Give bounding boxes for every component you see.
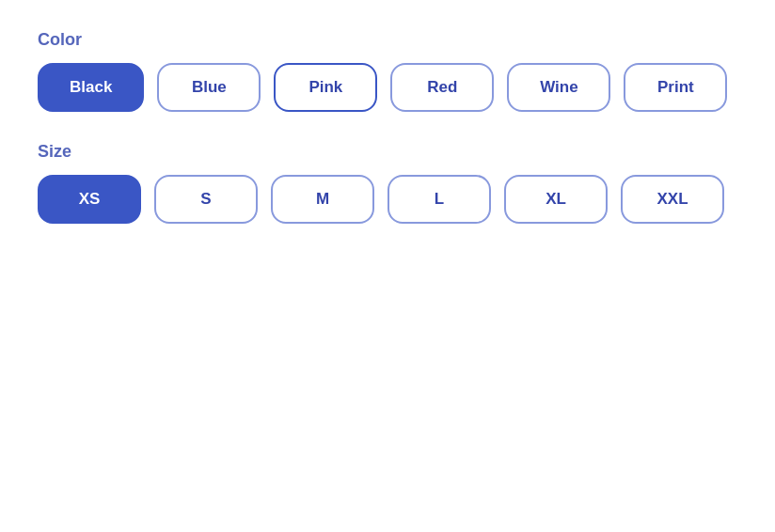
size-section: Size XSSMLXLXXL [38, 142, 727, 224]
color-option-black[interactable]: Black [38, 63, 144, 112]
color-option-red[interactable]: Red [390, 63, 494, 112]
size-option-s[interactable]: S [154, 175, 258, 224]
color-option-print[interactable]: Print [624, 63, 727, 112]
color-section: Color BlackBluePinkRedWinePrint [38, 30, 727, 112]
color-option-pink[interactable]: Pink [274, 63, 377, 112]
product-options: Color BlackBluePinkRedWinePrint Size XSS… [38, 30, 727, 224]
size-option-xxl[interactable]: XXL [621, 175, 724, 224]
size-section-label: Size [38, 142, 727, 162]
size-option-m[interactable]: M [271, 175, 374, 224]
color-option-blue[interactable]: Blue [157, 63, 261, 112]
size-option-l[interactable]: L [388, 175, 491, 224]
color-options-group: BlackBluePinkRedWinePrint [38, 63, 727, 112]
color-option-wine[interactable]: Wine [507, 63, 610, 112]
size-option-xs[interactable]: XS [38, 175, 141, 224]
size-options-group: XSSMLXLXXL [38, 175, 727, 224]
size-option-xl[interactable]: XL [504, 175, 608, 224]
color-section-label: Color [38, 30, 727, 50]
